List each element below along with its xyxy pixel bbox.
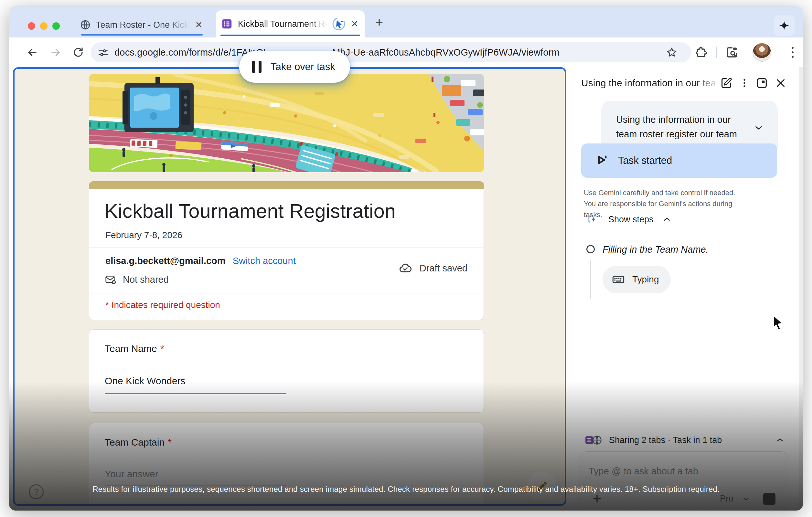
divider [89, 293, 484, 294]
macos-minimize-button[interactable] [40, 22, 48, 30]
back-button[interactable] [25, 45, 39, 59]
globe-favicon-icon [592, 435, 602, 445]
switch-account-link[interactable]: Switch account [233, 255, 296, 266]
chevron-down-icon [742, 495, 750, 503]
bookmark-star-icon[interactable] [666, 47, 677, 58]
gemini-spark-icon [778, 20, 790, 31]
reload-button[interactable] [71, 45, 85, 59]
account-email: elisa.g.beckett@gmail.com [106, 255, 226, 266]
address-bar[interactable]: docs.google.com/forms/d/e/1FAIpQL MhJ-Ue… [90, 42, 691, 62]
tab-search-icon[interactable] [724, 44, 740, 60]
form-page: Kickball Tournament Registration Februar… [13, 67, 566, 506]
keyboard-icon [612, 273, 625, 286]
gemini-acting-cursor-icon [331, 16, 347, 32]
task-play-icon [596, 153, 610, 168]
action-chip-typing: Typing [603, 266, 671, 294]
panel-menu-icon[interactable] [736, 75, 753, 91]
question-label-text: Team Name [105, 343, 157, 354]
gemini-toolbar-button[interactable] [774, 15, 794, 36]
not-shared-row: Not shared [105, 274, 169, 285]
cloud-saved-icon [398, 261, 412, 275]
stadium-illustration [89, 74, 484, 172]
globe-favicon-icon [80, 20, 91, 30]
tab-team-roster[interactable]: Team Roster - One Kick Wond ✕ [75, 14, 208, 35]
show-steps-label: Show steps [608, 215, 654, 224]
macos-zoom-button[interactable] [52, 22, 60, 30]
sharing-status-label: Sharing 2 tabs · Task in 1 tab [609, 435, 722, 445]
task-status-label: Task started [618, 155, 672, 166]
tab-kickball-form[interactable]: Kickball Tournament Regis ✕ [216, 10, 365, 37]
question-label: Team Name* [105, 343, 164, 354]
form-date: February 7-8, 2026 [106, 230, 182, 240]
site-settings-icon[interactable] [97, 47, 109, 58]
show-steps-toggle[interactable]: Show steps [585, 212, 672, 227]
tab-strip: Team Roster - One Kick Wond ✕ Kickball T… [9, 6, 803, 37]
browser-toolbar: docs.google.com/forms/d/e/1FAIpQL MhJ-Ue… [9, 37, 803, 67]
panel-conversation-title: Using the information in our tea [581, 78, 720, 89]
shared-tab-favicons [584, 435, 602, 445]
disclaimer-text: Results for illustrative purposes, seque… [9, 485, 803, 494]
composer: + Pro [579, 451, 789, 511]
gemini-side-panel: Using the information in our tea Using t… [568, 67, 803, 511]
email-not-shared-icon [105, 274, 116, 285]
sharing-status-bar[interactable]: Sharing 2 tabs · Task in 1 tab [579, 432, 789, 449]
extensions-icon[interactable] [694, 44, 709, 60]
new-tab-button[interactable]: + [372, 15, 386, 30]
required-asterisk: * [160, 343, 164, 354]
take-over-task-label: Take over task [270, 61, 335, 73]
model-selector[interactable]: Pro [720, 494, 750, 504]
chevron-down-icon[interactable] [753, 122, 764, 133]
close-panel-icon[interactable] [773, 75, 789, 91]
window-edge [799, 67, 803, 511]
macos-close-button[interactable] [28, 22, 35, 30]
form-title: Kickball Tournament Registration [105, 200, 396, 222]
step-connector-line [590, 261, 591, 299]
toolbar-divider [716, 47, 717, 58]
step-description: Filling in the Team Name. [603, 244, 708, 255]
chevron-up-icon [662, 215, 672, 224]
draft-saved-row: Draft saved [398, 261, 467, 275]
form-title-card: Kickball Tournament Registration Februar… [89, 181, 484, 320]
chevron-up-icon[interactable] [775, 435, 785, 445]
browser-window: Team Roster - One Kick Wond ✕ Kickball T… [9, 6, 803, 511]
divider [89, 247, 484, 248]
forms-favicon-icon [221, 18, 233, 30]
required-asterisk: * [168, 437, 172, 448]
browser-menu-icon[interactable] [785, 44, 800, 60]
close-tab-icon[interactable]: ✕ [194, 20, 204, 30]
account-row: elisa.g.beckett@gmail.com Switch account [106, 255, 296, 266]
url-text-continued: MhJ-Ue-aaRfc0usAhcbqRVxOGywIjfP6WJA/view… [332, 47, 559, 58]
close-tab-icon[interactable]: ✕ [350, 19, 359, 29]
mouse-cursor-icon [770, 314, 786, 331]
required-question-note: * Indicates required question [106, 300, 220, 310]
take-over-task-button[interactable]: Take over task [239, 51, 350, 83]
tab-title: Kickball Tournament Regis [238, 19, 329, 29]
open-in-window-icon[interactable] [754, 75, 770, 91]
new-chat-icon[interactable] [718, 75, 734, 91]
question-label-text: Team Captain [105, 437, 165, 448]
profile-avatar[interactable] [753, 43, 771, 62]
forward-button[interactable] [49, 45, 63, 59]
task-status-banner: Task started [581, 144, 777, 178]
form-header-image [89, 74, 484, 172]
gemini-sparkle-icon [585, 212, 600, 227]
model-label: Pro [720, 494, 733, 504]
tab-title: Team Roster - One Kick Wond [96, 20, 191, 30]
team-name-input-underline [105, 393, 286, 394]
form-theme-band [89, 181, 484, 189]
action-chip-label: Typing [632, 274, 659, 285]
composer-input[interactable] [589, 466, 770, 477]
question-card-team-name: Team Name* One Kick Wonders [89, 329, 484, 413]
not-shared-label: Not shared [123, 274, 169, 285]
pause-icon [252, 61, 262, 73]
step-status-circle [586, 245, 595, 253]
team-captain-input-placeholder[interactable]: Your answer [105, 468, 158, 480]
tab-sharing-indicator [81, 34, 203, 35]
draft-saved-label: Draft saved [419, 263, 467, 274]
team-name-input-value[interactable]: One Kick Wonders [105, 375, 185, 387]
tab-sharing-indicator [221, 35, 360, 36]
question-label: Team Captain* [105, 437, 172, 448]
stop-task-button[interactable] [763, 493, 776, 505]
